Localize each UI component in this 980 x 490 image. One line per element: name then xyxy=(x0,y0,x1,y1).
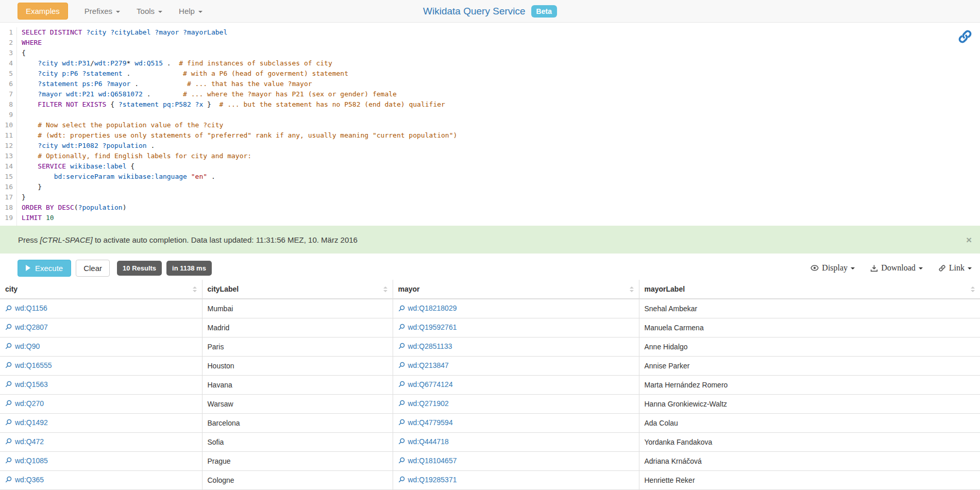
menu-help[interactable]: Help xyxy=(179,7,202,15)
download-dropdown[interactable]: Download xyxy=(870,263,923,273)
column-label: city xyxy=(5,285,18,293)
column-header-mayorLabel[interactable]: mayorLabel xyxy=(639,280,980,299)
entity-link[interactable]: wd:Q2807 xyxy=(5,323,48,331)
cell-city: wd:Q1156 xyxy=(0,299,202,318)
chevron-down-icon xyxy=(158,11,162,13)
entity-id: wd:Q19285371 xyxy=(408,476,457,484)
table-row: wd:Q1492Barcelonawd:Q4779594Ada Colau xyxy=(0,413,980,432)
sort-icon[interactable] xyxy=(971,286,975,292)
line-number: 6 xyxy=(0,79,16,89)
column-header-mayor[interactable]: mayor xyxy=(393,280,639,299)
label-text: Warsaw xyxy=(208,400,233,408)
column-header-city[interactable]: city xyxy=(0,280,202,299)
entity-link[interactable]: wd:Q270 xyxy=(5,399,44,408)
entity-link[interactable]: wd:Q18104657 xyxy=(398,457,457,465)
result-count-badge: 10 Results xyxy=(117,261,162,276)
entity-link[interactable]: wd:Q365 xyxy=(5,476,44,484)
magnifier-icon xyxy=(398,438,405,445)
entity-link[interactable]: wd:Q2851133 xyxy=(398,342,452,350)
cell-mayorLabel: Henriette Reker xyxy=(639,470,980,489)
entity-id: wd:Q6774124 xyxy=(408,380,453,388)
cell-mayor: wd:Q2851133 xyxy=(393,337,639,356)
execute-button[interactable]: Execute xyxy=(18,260,71,277)
table-row: wd:Q16555Houstonwd:Q213847Annise Parker xyxy=(0,356,980,375)
toolbar-right-group: Display Download Link xyxy=(810,263,972,273)
magnifier-icon xyxy=(5,419,12,426)
entity-link[interactable]: wd:Q90 xyxy=(5,342,40,350)
clear-button[interactable]: Clear xyxy=(76,260,110,277)
entity-id: wd:Q2807 xyxy=(15,323,48,331)
display-dropdown[interactable]: Display xyxy=(810,263,855,273)
entity-link[interactable]: wd:Q18218029 xyxy=(398,304,457,312)
code-line: FILTER NOT EXISTS { ?statement pq:P582 ?… xyxy=(22,99,980,110)
menu-tools[interactable]: Tools xyxy=(137,7,162,15)
chevron-down-icon xyxy=(116,11,120,13)
results-table: citycityLabelmayormayorLabel wd:Q1156Mum… xyxy=(0,280,980,490)
entity-link[interactable]: wd:Q444718 xyxy=(398,437,449,446)
cell-mayor: wd:Q18104657 xyxy=(393,451,639,470)
examples-button[interactable]: Examples xyxy=(18,3,68,20)
entity-link[interactable]: wd:Q6774124 xyxy=(398,380,453,388)
entity-link[interactable]: wd:Q4779594 xyxy=(398,418,453,427)
code-line: { xyxy=(22,48,980,58)
code-line: ?city wdt:P1082 ?population . xyxy=(22,141,980,151)
close-icon[interactable]: × xyxy=(966,235,972,245)
sort-icon[interactable] xyxy=(630,286,634,292)
label-text: Hanna Gronkiewicz-Waltz xyxy=(645,400,728,408)
line-number: 8 xyxy=(0,99,16,110)
entity-link[interactable]: wd:Q1492 xyxy=(5,418,48,427)
line-number: 18 xyxy=(0,202,16,213)
entity-link[interactable]: wd:Q271902 xyxy=(398,399,449,408)
entity-link[interactable]: wd:Q1085 xyxy=(5,457,48,465)
editor-code[interactable]: SELECT DISTINCT ?city ?cityLabel ?mayor … xyxy=(16,27,980,226)
entity-id: wd:Q2851133 xyxy=(408,342,452,350)
download-icon xyxy=(870,264,878,272)
query-editor[interactable]: 12345678910111213141516171819 SELECT DIS… xyxy=(0,23,980,226)
label-text: Sofia xyxy=(208,438,224,446)
download-label: Download xyxy=(881,263,916,273)
label-text: Mumbai xyxy=(208,305,233,313)
line-number: 15 xyxy=(0,172,16,182)
code-line xyxy=(22,110,980,120)
entity-link[interactable]: wd:Q16555 xyxy=(5,361,52,369)
magnifier-icon xyxy=(398,324,405,330)
cell-cityLabel: Warsaw xyxy=(202,394,393,413)
label-text: Havana xyxy=(208,381,232,389)
display-label: Display xyxy=(822,263,848,273)
entity-id: wd:Q1563 xyxy=(15,380,48,388)
cell-cityLabel: Sofia xyxy=(202,432,393,451)
label-text: Snehal Ambekar xyxy=(645,305,698,313)
entity-link[interactable]: wd:Q472 xyxy=(5,437,44,446)
code-line: # Now select the population value of the… xyxy=(22,120,980,130)
entity-id: wd:Q270 xyxy=(15,399,44,408)
chevron-down-icon xyxy=(198,11,202,13)
results-toolbar: Execute Clear 10 Results in 1138 ms Disp… xyxy=(0,258,980,278)
column-header-cityLabel[interactable]: cityLabel xyxy=(202,280,393,299)
cell-mayorLabel: Hanna Gronkiewicz-Waltz xyxy=(639,394,980,413)
cell-mayorLabel: Manuela Carmena xyxy=(639,318,980,337)
magnifier-icon xyxy=(5,343,12,349)
cell-mayor: wd:Q213847 xyxy=(393,356,639,375)
cell-mayorLabel: Annise Parker xyxy=(639,356,980,375)
entity-link[interactable]: wd:Q19285371 xyxy=(398,476,457,484)
menu-prefixes[interactable]: Prefixes xyxy=(85,7,120,15)
magnifier-icon xyxy=(398,381,405,387)
entity-link[interactable]: wd:Q213847 xyxy=(398,361,449,369)
cell-city: wd:Q365 xyxy=(0,470,202,489)
label-text: Ada Colau xyxy=(645,419,678,427)
entity-id: wd:Q16555 xyxy=(15,361,52,369)
sort-icon[interactable] xyxy=(193,286,197,292)
link-dropdown[interactable]: Link xyxy=(938,263,972,273)
entity-link[interactable]: wd:Q1156 xyxy=(5,304,47,312)
results-table-container: citycityLabelmayormayorLabel wd:Q1156Mum… xyxy=(0,280,980,490)
label-text: Anne Hidalgo xyxy=(645,343,688,351)
entity-link[interactable]: wd:Q19592761 xyxy=(398,323,457,331)
query-permalink-icon[interactable] xyxy=(957,29,973,44)
magnifier-icon xyxy=(5,362,12,368)
sort-icon[interactable] xyxy=(383,286,387,292)
label-text: Henriette Reker xyxy=(645,476,695,484)
eye-icon xyxy=(810,264,819,272)
line-number: 5 xyxy=(0,69,16,79)
label-text: Cologne xyxy=(208,476,234,484)
entity-link[interactable]: wd:Q1563 xyxy=(5,380,48,388)
